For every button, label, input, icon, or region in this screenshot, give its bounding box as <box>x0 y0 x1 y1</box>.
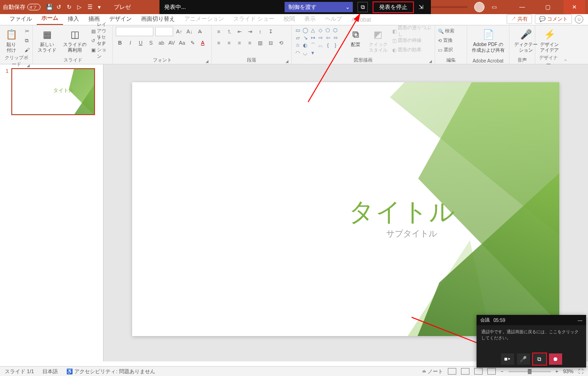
cut-icon[interactable]: ✂ <box>23 27 31 35</box>
shape-effects-button[interactable]: ◐ 図形の効果 <box>392 46 432 54</box>
normal-view-icon[interactable] <box>448 368 456 375</box>
sorter-view-icon[interactable] <box>461 368 469 375</box>
tab-home[interactable]: ホーム <box>37 12 63 25</box>
justify-icon[interactable]: ≡ <box>246 39 254 47</box>
teams-hangup-button[interactable]: ⏺ <box>549 353 562 365</box>
teams-camera-button[interactable]: ■‣ <box>501 353 514 365</box>
slide-1[interactable]: タイトル サブタイトル <box>132 82 559 336</box>
smartart-icon[interactable]: ⟲ <box>277 39 285 47</box>
dialog-launcher-icon[interactable]: ◢ <box>27 63 30 68</box>
minimize-button[interactable]: — <box>513 0 532 14</box>
comments-button[interactable]: 💬 コメント <box>535 14 572 24</box>
save-icon[interactable]: 💾 <box>46 4 53 10</box>
close-button[interactable]: ✕ <box>564 0 585 14</box>
give-control-dropdown[interactable]: 制御を渡す ⌄ <box>285 2 353 12</box>
font-color-icon[interactable]: A <box>199 39 207 47</box>
shapes-gallery[interactable]: ▭◯△◇⬠⬡▱ ↘↦⇨⇦⬄☆◐ ⌒⌓{}◠◡▾ <box>294 27 344 56</box>
bold-icon[interactable]: B <box>116 39 124 47</box>
tab-view[interactable]: 表示 <box>300 13 320 25</box>
stop-presenting-button[interactable]: 発表を停止 <box>373 1 414 13</box>
slideshow-view-icon[interactable] <box>487 368 496 375</box>
redo-icon[interactable]: ↻ <box>67 4 73 10</box>
columns-icon[interactable]: ▥ <box>256 39 264 47</box>
shape-fill-button[interactable]: ◧ 図形の塗りつぶし <box>392 27 432 35</box>
clear-format-icon[interactable]: A̶ <box>196 27 204 36</box>
char-spacing-icon[interactable]: AV <box>167 39 176 47</box>
replace-button[interactable]: ⟲ 置換 <box>438 36 454 45</box>
reuse-slides-button[interactable]: ◫スライドの 再利用 <box>61 27 88 54</box>
tab-file[interactable]: ファイル <box>5 13 37 25</box>
maximize-button[interactable]: ▢ <box>538 0 557 14</box>
slide-subtitle-placeholder[interactable]: サブタイトル <box>386 228 437 239</box>
text-direction-icon[interactable]: ↧ <box>266 27 275 36</box>
tab-acrobat[interactable]: Acrobat <box>347 15 375 25</box>
autosave-switch[interactable]: オフ <box>27 4 40 10</box>
paste-button[interactable]: 📋貼り付け <box>3 27 20 54</box>
align-center-icon[interactable]: ≡ <box>225 39 233 47</box>
tab-insert[interactable]: 挿入 <box>63 13 84 25</box>
collapse-ribbon-icon[interactable]: ⌃ <box>561 59 570 64</box>
quick-styles-button[interactable]: ◩クイック スタイル <box>367 27 389 54</box>
strike-icon[interactable]: S <box>147 39 155 47</box>
align-right-icon[interactable]: ≡ <box>235 39 244 47</box>
zoom-slider[interactable] <box>509 371 551 372</box>
share-button[interactable]: ↗ 共有 <box>507 14 532 24</box>
tab-slideshow[interactable]: スライド ショー <box>229 13 279 25</box>
align-left-icon[interactable]: ≡ <box>215 39 223 47</box>
design-ideas-button[interactable]: ⚡デザイン アイデア <box>538 27 561 54</box>
tab-help[interactable]: ヘルプ <box>320 13 347 25</box>
font-size-combo[interactable] <box>155 27 173 36</box>
new-slide-button[interactable]: ▦新しい スライド <box>36 27 58 54</box>
bullets-icon[interactable]: ≡ <box>215 27 223 36</box>
zoom-out-icon[interactable]: − <box>501 368 503 374</box>
line-spacing-icon[interactable]: ↕ <box>256 27 264 36</box>
feedback-icon[interactable]: ☺ <box>575 15 583 24</box>
teams-return-message[interactable]: 通話中です。通話画面に戻るには、ここをクリックしてください。 <box>477 325 586 345</box>
status-language[interactable]: 日本語 <box>42 368 58 375</box>
zoom-in-icon[interactable]: + <box>556 368 558 374</box>
notes-button[interactable]: ≐ ノート <box>422 368 443 375</box>
undo-icon[interactable]: ↺ <box>56 4 63 10</box>
italic-icon[interactable]: I <box>126 39 135 47</box>
ribbon-display-options-icon[interactable]: ▭ <box>485 0 503 14</box>
arrange-button[interactable]: ⧉配置 <box>347 27 364 48</box>
indent-dec-icon[interactable]: ⇤ <box>235 27 244 36</box>
fit-window-icon[interactable]: ⛶ <box>578 368 583 374</box>
numbering-icon[interactable]: ⒈ <box>225 27 233 36</box>
slide-thumbnails-pane[interactable]: 1 タイトル <box>0 64 103 361</box>
zoom-level[interactable]: 93% <box>563 368 573 374</box>
underline-icon[interactable]: U <box>136 39 145 47</box>
tab-animations[interactable]: アニメーション <box>180 13 229 25</box>
tab-transitions[interactable]: 画面切り替え <box>136 13 180 25</box>
copy-icon[interactable]: ⧉ <box>23 36 31 45</box>
pin-toolbar-icon[interactable]: ⧉ <box>358 2 368 12</box>
format-painter-icon[interactable]: 🖌 <box>23 46 31 54</box>
dialog-launcher-icon[interactable]: ◢ <box>286 59 288 63</box>
account-avatar[interactable] <box>474 2 485 12</box>
teams-minimize-icon[interactable]: — <box>578 318 582 323</box>
autosave-toggle[interactable]: 自動保存 オフ <box>3 3 40 11</box>
align-text-icon[interactable]: ⊟ <box>266 39 275 47</box>
highlight-icon[interactable]: ✎ <box>188 39 197 47</box>
section-button[interactable]: ▣ セクション <box>91 46 110 54</box>
slide-thumbnail-1[interactable]: タイトル <box>11 68 95 115</box>
font-name-combo[interactable] <box>116 27 153 36</box>
qat-more-icon[interactable]: ▾ <box>98 4 104 10</box>
shape-outline-button[interactable]: ◫ 図形の枠線 <box>392 36 432 45</box>
find-button[interactable]: 🔍 検索 <box>438 27 454 35</box>
indent-inc-icon[interactable]: ⇥ <box>246 27 254 36</box>
dialog-launcher-icon[interactable]: ◢ <box>429 59 432 63</box>
status-accessibility[interactable]: ♿ アクセシビリティ: 問題ありません <box>66 368 155 375</box>
create-pdf-button[interactable]: 📄Adobe PDF の 作成および共有 <box>470 27 507 54</box>
popout-icon[interactable]: ⇲ <box>419 4 426 10</box>
status-slide-count[interactable]: スライド 1/1 <box>5 368 34 375</box>
teams-mic-button[interactable]: 🎤 <box>517 353 530 365</box>
teams-call-window[interactable]: 会議 05:59 — 通話中です。通話画面に戻るには、ここをクリックしてください… <box>477 315 586 368</box>
shadow-icon[interactable]: ab <box>157 39 166 47</box>
change-case-icon[interactable]: Aa <box>178 39 186 47</box>
decrease-font-icon[interactable]: A↓ <box>185 27 194 36</box>
touch-mode-icon[interactable]: ☰ <box>87 4 94 10</box>
reading-view-icon[interactable] <box>474 368 483 375</box>
increase-font-icon[interactable]: A↑ <box>175 27 183 36</box>
dialog-launcher-icon[interactable]: ◢ <box>206 59 208 63</box>
